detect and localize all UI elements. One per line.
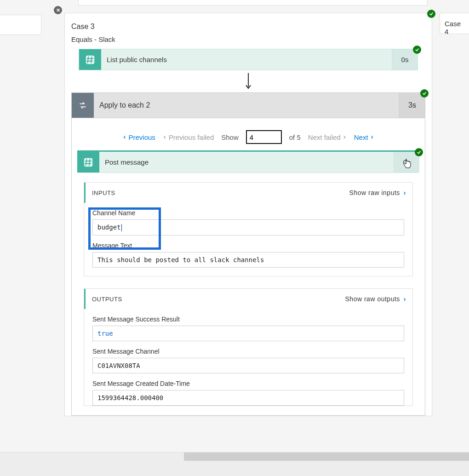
loop-icon [72,93,94,118]
inputs-header: INPUTS Show raw inputs › [84,183,412,203]
slack-icon [77,152,99,172]
show-label: Show [221,133,239,141]
previous-label: Previous [128,133,155,141]
bottom-scroll-area [0,452,469,476]
apply-title: Apply to each 2 [94,93,399,118]
svg-rect-0 [86,55,94,63]
chevron-right-icon: › [404,189,406,196]
previous-link[interactable]: ‹ Previous [122,133,155,141]
success-result-label: Sent Message Success Result [92,315,404,323]
created-datetime-field: Sent Message Created Date-Time 159936442… [84,373,412,406]
show-raw-inputs-label: Show raw inputs [349,189,400,196]
message-text-value[interactable]: This should be posted to all slack chann… [92,252,404,268]
horizontal-scrollbar[interactable] [184,453,469,461]
action-list-public-channels[interactable]: List public channels 0s [79,49,418,70]
message-text-field: Message Text This should be posted to al… [84,235,412,276]
inputs-header-label: INPUTS [92,189,115,196]
flow-arrow-icon [65,70,432,92]
right-case-label: Case 4 [445,20,461,35]
next-failed-link[interactable]: Next failed › [308,133,347,141]
close-icon[interactable]: ✕ [54,6,62,14]
success-result-value: true [92,326,404,341]
show-raw-outputs-link[interactable]: Show raw outputs › [345,295,406,303]
success-result-field: Sent Message Success Result true [84,309,412,341]
status-check-icon [427,10,435,18]
chevron-right-icon: › [370,133,374,141]
next-link[interactable]: Next › [354,133,374,141]
status-check-icon [420,89,429,97]
status-check-icon [413,46,421,54]
next-label: Next [354,133,368,141]
chevron-right-icon: › [404,295,406,303]
show-raw-outputs-label: Show raw outputs [345,295,400,303]
sent-channel-value: C01AVNX08TA [92,358,404,373]
channel-name-label: Channel Name [92,209,404,217]
next-failed-label: Next failed [308,133,341,141]
sent-channel-label: Sent Message Channel [92,348,404,355]
previous-failed-label: Previous failed [169,133,214,141]
outputs-header-label: OUTPUTS [92,296,122,303]
apply-duration: 3s [399,93,425,118]
apply-to-each-card[interactable]: Apply to each 2 3s [71,92,425,118]
post-message-title: Post message [99,152,394,172]
chevron-left-icon: ‹ [163,133,167,141]
case-title: Case 3 [65,13,432,35]
right-case-stub[interactable]: Case 4 [440,13,469,34]
close-glyph: ✕ [56,7,60,13]
outputs-header: OUTPUTS Show raw outputs › [84,289,412,309]
action-post-message[interactable]: Post message 0s [77,150,419,173]
channel-name-field: Channel Name budget [84,203,412,235]
chevron-left-icon: ‹ [122,133,126,141]
message-text-label: Message Text [92,242,404,249]
apply-each-body: ‹ Previous ‹ Previous failed Show of 5 N… [71,118,425,416]
created-datetime-value: 1599364428.000400 [92,390,404,406]
iteration-input[interactable] [246,130,282,144]
action-title: List public channels [101,49,392,70]
sent-channel-field: Sent Message Channel C01AVNX08TA [84,341,412,373]
inputs-section: INPUTS Show raw inputs › Channel Name bu… [84,182,413,276]
show-raw-inputs-link[interactable]: Show raw inputs › [349,189,406,196]
chevron-right-icon: › [343,133,347,141]
top-outline-box [78,0,428,6]
created-datetime-label: Sent Message Created Date-Time [92,380,404,387]
of-label: of 5 [289,133,301,141]
status-check-icon [415,148,423,156]
case-panel: Case 3 Equals - Slack List public channe… [64,13,432,416]
svg-rect-2 [84,158,92,166]
case-subtitle: Equals - Slack [65,35,432,46]
slack-icon [79,49,101,70]
iteration-pager: ‹ Previous ‹ Previous failed Show of 5 N… [77,126,419,150]
outputs-section: OUTPUTS Show raw outputs › Sent Message … [84,288,413,406]
previous-failed-link[interactable]: ‹ Previous failed [163,133,214,141]
left-case-stub[interactable] [0,15,41,35]
channel-name-value[interactable]: budget [92,219,404,235]
